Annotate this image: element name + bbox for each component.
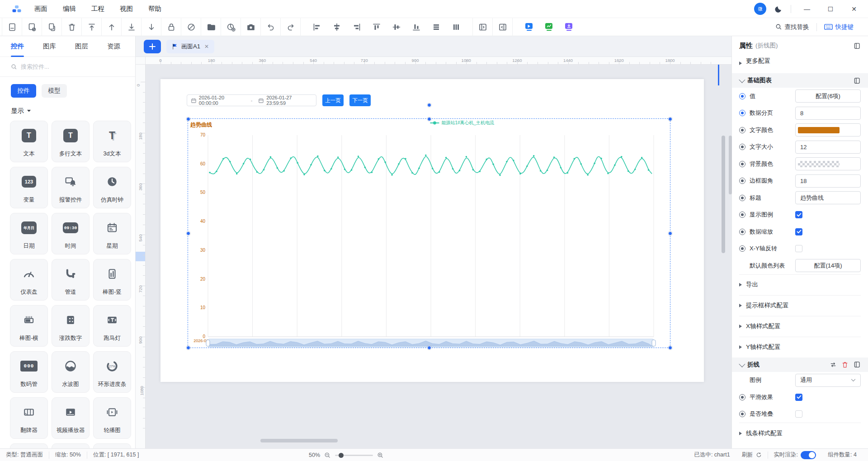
toolbar-button-monitor[interactable] <box>539 18 559 36</box>
widget-棒图-横[interactable]: 棒图-横 <box>10 305 48 347</box>
prop-input[interactable]: 18 <box>795 174 861 188</box>
toolbar-button-align-right[interactable] <box>347 18 367 36</box>
menu-item-画面[interactable]: 画面 <box>34 5 47 13</box>
widget-文本[interactable]: T文本 <box>10 121 48 162</box>
resize-handle[interactable] <box>186 231 190 235</box>
toolbar-button-collapse-left-panel[interactable] <box>473 18 493 36</box>
properties-scrollbar[interactable] <box>729 136 732 194</box>
toolbar-button-undo[interactable] <box>261 18 281 36</box>
widget-数码管[interactable]: 000数码管 <box>10 351 48 393</box>
config-button[interactable]: 配置(6项) <box>795 89 861 103</box>
canvas-vertical-scrollbar[interactable] <box>722 136 725 253</box>
toolbar-button-copy[interactable] <box>42 18 62 36</box>
collapse-row-提示框样式配置[interactable]: 提示框样式配置13 <box>739 295 861 316</box>
widget-card-partial[interactable] <box>10 443 48 448</box>
canvas-viewport[interactable]: 2026-01-20 00:00:00 - 2026-01-27 23:59:5… <box>146 65 731 448</box>
bind-radio-icon[interactable] <box>739 127 745 133</box>
selected-chart-widget[interactable]: 趋势曲线 能源站1#离心机_主机电流 0102030405060702026-0… <box>188 119 670 348</box>
toolbar-button-screenshot[interactable] <box>241 18 261 36</box>
toolbar-button-save-as[interactable] <box>22 18 42 36</box>
rotation-handle[interactable] <box>427 103 431 107</box>
widget-card-partial[interactable] <box>93 443 131 448</box>
bind-radio-icon[interactable] <box>739 110 745 116</box>
toolbar-button-align-vcenter[interactable] <box>327 18 347 36</box>
prop-input[interactable]: 12 <box>795 141 861 154</box>
widget-水波图[interactable]: 水波图 <box>52 351 90 393</box>
checkbox[interactable] <box>795 410 802 418</box>
resize-handle[interactable] <box>427 117 431 121</box>
shortcut-keys-button[interactable]: 快捷键 <box>817 23 861 31</box>
close-button[interactable]: ✕ <box>846 3 862 15</box>
tab-图层[interactable]: 图层 <box>75 36 88 57</box>
panel-icon[interactable] <box>853 361 861 368</box>
refresh-button[interactable]: 刷新 <box>736 452 768 459</box>
checkbox[interactable] <box>795 228 802 235</box>
bind-radio-icon[interactable] <box>739 411 745 417</box>
date-range-picker[interactable]: 2026-01-20 00:00:00 - 2026-01-27 23:59:5… <box>187 94 316 106</box>
bind-radio-icon[interactable] <box>739 144 745 150</box>
color-picker[interactable] <box>795 123 861 136</box>
resize-handle[interactable] <box>427 346 431 350</box>
trash-icon[interactable] <box>841 361 849 368</box>
toolbar-button-align-hcenter[interactable] <box>387 18 406 36</box>
swap-icon[interactable] <box>830 361 837 368</box>
resize-handle[interactable] <box>668 346 672 350</box>
maximize-button[interactable]: ☐ <box>823 3 838 15</box>
widget-管道[interactable]: 管道 <box>52 259 90 301</box>
zoom-slider[interactable] <box>335 455 373 456</box>
collapse-row-Y轴样式配置[interactable]: Y轴样式配置15 <box>739 337 861 358</box>
bind-radio-icon[interactable] <box>739 212 745 218</box>
menu-item-视图[interactable]: 视图 <box>120 5 133 13</box>
close-tab-icon[interactable]: ✕ <box>204 43 209 50</box>
widget-时间[interactable]: 09:30时间 <box>52 213 90 254</box>
widget-棒图-竖[interactable]: 棒图-竖 <box>93 259 131 301</box>
toolbar-button-delete[interactable] <box>62 18 82 36</box>
checkbox[interactable] <box>795 394 802 401</box>
mode-button-模型[interactable]: 模型 <box>42 84 67 98</box>
toolbar-button-lock[interactable] <box>161 18 181 36</box>
collapse-row-更多配置[interactable]: 更多配置 <box>739 55 861 66</box>
collapse-row-导出[interactable]: 导出12 <box>739 274 861 295</box>
search-input[interactable] <box>21 63 111 70</box>
prop-input[interactable]: 趋势曲线 <box>795 191 861 204</box>
resize-handle[interactable] <box>668 117 672 121</box>
collapse-row-X轴样式配置[interactable]: X轴样式配置14 <box>739 316 861 337</box>
widget-跑马灯[interactable]: 跑马灯 <box>93 305 131 347</box>
dark-mode-moon-icon[interactable] <box>774 5 783 13</box>
widget-3d文本[interactable]: T3d文本 <box>93 121 131 162</box>
toolbar-button-collapse-right-panel[interactable] <box>493 18 513 36</box>
resize-handle[interactable] <box>186 346 190 350</box>
canvas-page[interactable]: 2026-01-20 00:00:00 - 2026-01-27 23:59:5… <box>160 79 704 382</box>
toolbar-button-new-file[interactable] <box>2 18 22 36</box>
widget-仿真时钟[interactable]: 仿真时钟 <box>93 167 131 208</box>
mode-button-控件[interactable]: 控件 <box>11 84 36 98</box>
widget-环形进度条[interactable]: 27%环形进度条 <box>93 351 131 393</box>
checkbox[interactable] <box>795 245 802 252</box>
widget-报警控件[interactable]: 报警控件 <box>52 167 90 208</box>
widget-日期[interactable]: 年月日日期 <box>10 213 48 254</box>
collapse-row-线条样式配置[interactable]: 线条样式配置 <box>739 423 861 443</box>
toolbar-button-preview[interactable] <box>519 18 539 36</box>
widget-翻牌器[interactable]: 翻牌器 <box>10 397 48 439</box>
panel-icon[interactable] <box>853 42 861 50</box>
widget-星期[interactable]: 星期 <box>93 213 131 254</box>
menu-item-编辑[interactable]: 编辑 <box>63 5 76 13</box>
widget-涨跌数字[interactable]: 涨跌数字 <box>52 305 90 347</box>
zoom-in-icon[interactable] <box>377 452 384 459</box>
resize-handle[interactable] <box>186 117 190 121</box>
toolbar-button-package-download[interactable] <box>559 18 579 36</box>
page-tab[interactable]: 画面A1 ✕ <box>166 40 214 53</box>
zoom-slider-knob[interactable] <box>339 453 344 458</box>
next-page-button[interactable]: 下一页 <box>349 94 371 106</box>
avatar[interactable]: 微 <box>754 3 766 15</box>
toolbar-button-move-up[interactable] <box>102 18 122 36</box>
display-section-header[interactable]: 显示 <box>11 107 135 115</box>
bind-radio-icon[interactable] <box>739 394 745 400</box>
realtime-render-toggle[interactable] <box>801 451 816 459</box>
toolbar-button-align-left[interactable] <box>307 18 327 36</box>
prev-page-button[interactable]: 上一页 <box>322 94 344 106</box>
toolbar-button-folder[interactable] <box>201 18 221 36</box>
widget-变量[interactable]: 123变量 <box>10 167 48 208</box>
widget-轮播图[interactable]: 轮播图 <box>93 397 131 439</box>
tab-资源[interactable]: 资源 <box>107 36 120 57</box>
